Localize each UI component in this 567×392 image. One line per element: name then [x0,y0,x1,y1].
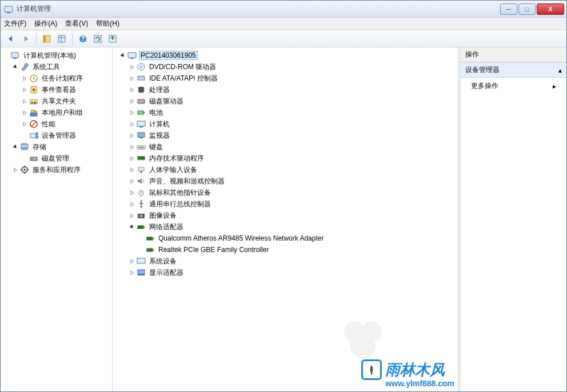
svg-rect-22 [30,113,37,116]
watermark-badge-icon [361,359,382,380]
actions-context-title[interactable]: 设备管理器 ▴ [461,62,566,78]
expand-icon[interactable] [21,109,28,116]
expand-icon[interactable] [129,201,135,207]
expand-icon[interactable] [129,143,135,150]
collapse-icon[interactable] [129,223,135,230]
svg-rect-34 [128,53,136,58]
device-imaging[interactable]: 图像设备 [117,210,460,221]
device-net-adapter-2[interactable]: Realtek PCIe GBE Family Controller [117,244,460,255]
tree-task-scheduler[interactable]: 任务计划程序 [1,73,112,84]
menu-file[interactable]: 文件(F) [4,19,26,29]
tree-local-users[interactable]: 本地用户和组 [1,107,112,118]
menu-view[interactable]: 查看(V) [65,19,88,29]
collapse-icon[interactable] [119,52,126,59]
show-hide-tree-button[interactable] [40,32,54,46]
computer-management-icon [11,51,20,60]
tree-system-tools[interactable]: 系统工具 [1,61,112,73]
device-display-adapters[interactable]: 显示适配器 [117,267,460,278]
expand-icon[interactable] [129,121,135,127]
device-keyboards[interactable]: 键盘 [117,141,460,153]
export-button[interactable] [106,32,119,46]
tree-storage[interactable]: 存储 [1,141,112,153]
minimize-button[interactable]: ─ [500,3,517,15]
device-usb[interactable]: 通用串行总线控制器 [117,198,460,210]
menu-help[interactable]: 帮助(H) [96,19,119,29]
cpu-icon [137,85,146,94]
expand-icon[interactable] [21,121,28,127]
device-dvd[interactable]: DVD/CD-ROM 驱动器 [117,61,460,73]
monitor-icon [137,131,146,140]
computer-icon [127,51,137,60]
svg-point-29 [21,147,28,150]
toolbar: ? [1,30,566,47]
tree-event-viewer[interactable]: 事件查看器 [1,84,112,95]
help-button[interactable]: ? [76,32,90,46]
svg-rect-38 [138,77,145,80]
properties-button[interactable] [55,32,69,46]
maximize-button[interactable]: □ [518,3,536,15]
device-disk-drives[interactable]: 磁盘驱动器 [117,95,460,107]
hdd-icon [137,97,146,106]
svg-rect-66 [143,226,145,228]
expand-icon[interactable] [129,166,135,173]
svg-rect-4 [58,35,65,42]
chevron-right-icon: ▸ [553,82,556,90]
expand-icon[interactable] [129,212,135,219]
svg-rect-71 [137,258,145,263]
device-battery[interactable]: 电池 [117,107,460,118]
disk-icon [29,154,38,163]
device-hid[interactable]: 人体学输入设备 [117,164,460,175]
device-sound[interactable]: 声音、视频和游戏控制器 [117,175,460,187]
menu-action[interactable]: 操作(A) [34,19,57,29]
tree-device-manager[interactable]: 设备管理器 [1,130,112,141]
back-button[interactable] [4,32,18,46]
expand-icon[interactable] [21,86,28,93]
device-mouse[interactable]: 鼠标和其他指针设备 [117,187,460,198]
collapse-icon[interactable] [12,63,19,70]
svg-point-19 [34,102,36,104]
close-button[interactable]: X [537,3,564,15]
expand-icon[interactable] [129,63,135,70]
expand-icon[interactable] [129,178,135,185]
svg-rect-54 [140,159,141,161]
shared-folder-icon [29,97,38,106]
watermark-url: www.ylmf888.com [385,379,454,388]
svg-point-13 [25,63,28,67]
tree-performance[interactable]: 性能 [1,118,112,130]
device-computers[interactable]: 计算机 [117,118,460,130]
svg-rect-48 [138,133,145,137]
expand-icon[interactable] [129,75,135,82]
refresh-button[interactable] [91,32,105,46]
actions-more-link[interactable]: 更多操作 ▸ [461,78,566,94]
expand-icon[interactable] [129,189,135,196]
tree-shared-folders[interactable]: 共享文件夹 [1,95,112,107]
expand-icon[interactable] [129,269,135,276]
expand-icon[interactable] [129,86,135,93]
device-memory-tech[interactable]: 内存技术驱动程序 [117,153,460,164]
splitter[interactable] [458,47,460,391]
svg-point-58 [140,171,142,173]
expand-icon[interactable] [129,98,135,105]
tree-services-apps[interactable]: 服务和应用程序 [1,164,112,175]
device-monitors[interactable]: 监视器 [117,130,460,141]
expand-icon[interactable] [12,166,19,173]
tree-root[interactable]: 计算机管理(本地) [1,50,112,61]
forward-button[interactable] [19,32,33,46]
memory-icon [137,154,146,163]
expand-icon[interactable] [21,75,28,82]
expand-icon[interactable] [21,98,28,105]
device-network-adapters[interactable]: 网络适配器 [117,221,460,233]
expand-icon[interactable] [129,109,135,116]
device-root[interactable]: PC201403061905 [117,50,460,61]
tree-disk-management[interactable]: 磁盘管理 [1,153,112,164]
collapse-icon[interactable] [12,143,19,150]
device-net-adapter-1[interactable]: Qualcomm Atheros AR9485 Wireless Network… [117,233,460,244]
expand-icon[interactable] [129,132,135,139]
expand-icon[interactable] [129,258,135,265]
svg-rect-69 [147,249,153,251]
event-log-icon [29,85,38,94]
expand-icon[interactable] [129,155,135,162]
device-system-devices[interactable]: 系统设备 [117,255,460,267]
device-cpu[interactable]: 处理器 [117,84,460,95]
device-ide[interactable]: IDE ATA/ATAPI 控制器 [117,73,460,84]
